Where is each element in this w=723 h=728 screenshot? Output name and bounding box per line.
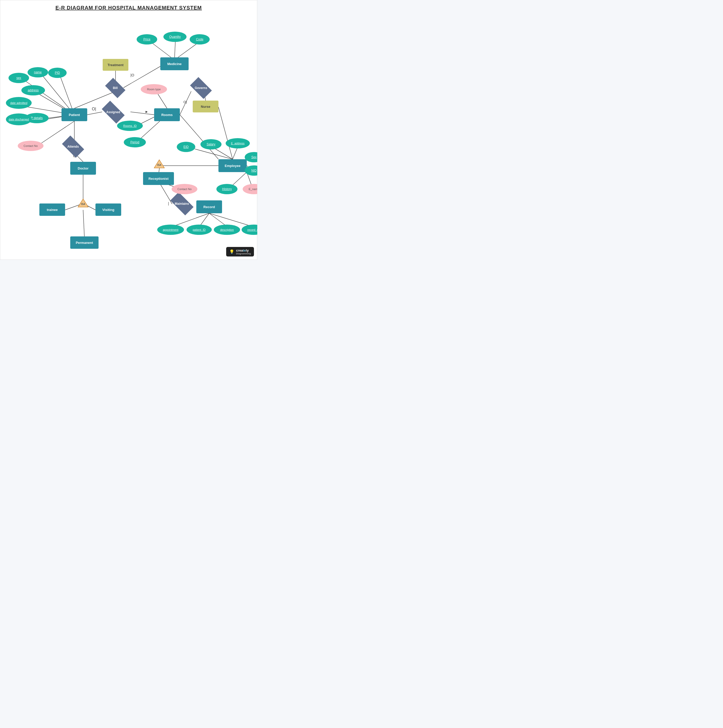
svg-text:ISA: ISA <box>81 203 86 205</box>
relation-governs: Governs <box>188 81 214 95</box>
attr-code: Code <box>190 34 210 44</box>
svg-line-22 <box>77 156 83 162</box>
entity-nurse: Nurse <box>193 101 218 112</box>
entity-doctor: Doctor <box>70 162 96 175</box>
entity-rooms: Rooms <box>154 108 180 121</box>
entity-patient: Patient <box>61 108 87 121</box>
svg-line-26 <box>83 210 84 237</box>
svg-text:O|: O| <box>184 100 187 104</box>
attr-contact-no-patient: Contact No <box>18 141 43 151</box>
entity-employee: Employee <box>218 159 247 172</box>
attr-address: address <box>21 85 45 95</box>
attr-appointment: appointment <box>157 225 184 235</box>
attr-quantity: Quantity <box>163 32 187 42</box>
attr-date-discharged: date discharged <box>6 113 32 125</box>
page-title: E-R DIAGRAM FOR HOSPITAL MANAGEMENT SYST… <box>0 0 257 11</box>
svg-text:►: ► <box>145 110 149 114</box>
relation-maintains: Maintains <box>167 196 197 211</box>
attr-e-name: E_name <box>243 184 257 194</box>
brand-sub: Diagramming <box>236 252 251 255</box>
entity-record: Record <box>196 200 222 213</box>
entity-treatment: Treatment <box>103 59 129 71</box>
attr-period: Period <box>124 137 146 147</box>
creately-badge: 💡 creately Diagramming <box>226 247 254 257</box>
relation-bill: Bill <box>103 81 127 95</box>
relation-attends: Attends <box>60 139 87 154</box>
attr-sex: sex <box>9 73 29 83</box>
svg-line-12 <box>175 39 176 60</box>
attr-date-admitted: date admitted <box>6 97 32 109</box>
isa-doctor: ISA <box>77 198 89 209</box>
attr-room-type: Room type <box>141 84 167 95</box>
attr-contact-no-rec: Contact No <box>172 184 198 194</box>
svg-line-27 <box>218 107 233 159</box>
entity-receptionist: Receptionist <box>143 172 174 185</box>
entity-visiting: Visiting <box>95 203 121 216</box>
svg-text:ISA: ISA <box>157 164 162 167</box>
svg-line-15 <box>130 112 154 115</box>
attr-name: name <box>28 67 48 77</box>
entity-trainee: trainee <box>39 203 65 216</box>
attr-record-no: record_no <box>242 225 257 235</box>
attr-e-address: E_address <box>226 138 250 148</box>
attr-salary: Salary <box>201 139 222 150</box>
attr-pid: PID <box>48 68 67 78</box>
svg-text:|O: |O <box>130 73 134 77</box>
svg-text:O|: O| <box>92 107 96 111</box>
entity-medicine: Medicine <box>160 57 188 70</box>
bulb-icon: 💡 <box>229 249 234 254</box>
relation-assigned: Assigned <box>98 105 129 119</box>
attr-history: History <box>216 184 237 194</box>
entity-permanent: Permanent <box>70 236 98 249</box>
attr-eid: EID <box>177 142 195 152</box>
attr-rooms-id: Rooms_ID <box>117 121 143 131</box>
svg-line-31 <box>195 149 233 159</box>
attr-price: Price <box>136 34 157 44</box>
attr-patient-id: patient_ID <box>187 225 212 235</box>
brand-name: creately <box>236 248 251 252</box>
diagram-container: E-R DIAGRAM FOR HOSPITAL MANAGEMENT SYST… <box>0 0 257 260</box>
isa-employee: ISA <box>153 159 165 170</box>
svg-line-41 <box>172 213 209 226</box>
svg-line-28 <box>180 115 218 159</box>
attr-description: description <box>214 225 240 235</box>
